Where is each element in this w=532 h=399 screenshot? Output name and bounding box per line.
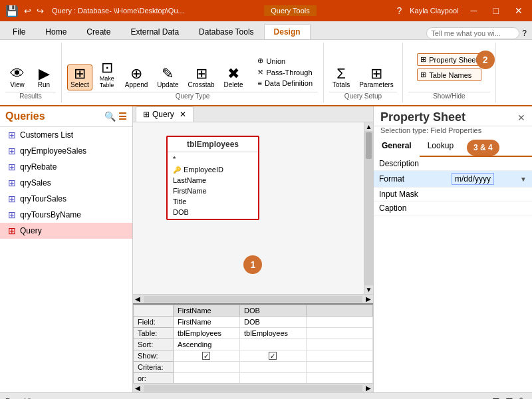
nav-item-customers-list[interactable]: ⊞ Customers List (0, 127, 132, 143)
show-hide-label: Show/Hide (408, 92, 490, 101)
tab-lookup[interactable]: Lookup (420, 138, 462, 157)
table-names-button[interactable]: ⊞ Table Names (417, 68, 481, 81)
tab-file[interactable]: File (3, 24, 35, 39)
field-title[interactable]: Title (168, 196, 258, 207)
table-dob[interactable]: tblEmployees (239, 328, 306, 339)
panel-search-icon[interactable]: 🔍 (104, 111, 116, 122)
close-window-btn[interactable]: ✕ (511, 4, 527, 17)
data-definition-button[interactable]: ≡ Data Definition (255, 78, 315, 88)
prop-format-value[interactable]: m/dd/yyyy ▼ (446, 171, 532, 188)
nav-item-sales[interactable]: ⊞ qrySales (0, 175, 132, 191)
pass-through-button[interactable]: ⤧ Pass-Through (255, 67, 315, 77)
panel-menu-icon[interactable]: ☰ (118, 111, 127, 122)
criteria-dob[interactable] (239, 362, 306, 373)
query-tab[interactable]: ⊞ Query ✕ (136, 106, 194, 122)
view-icon-sql[interactable]: ⊡ (505, 396, 513, 400)
append-button[interactable]: ⊕ Append (122, 65, 151, 90)
redo-btn[interactable]: ↪ (37, 6, 44, 16)
table-empty[interactable] (306, 328, 372, 339)
tell-me-input[interactable] (426, 27, 519, 39)
table-firstname[interactable]: tblEmployees (173, 328, 239, 339)
nav-item-rebate[interactable]: ⊞ qryRebate (0, 159, 132, 175)
property-sheet-close-btn[interactable]: ✕ (517, 112, 525, 123)
query-tab-close[interactable]: ✕ (180, 110, 186, 119)
criteria-firstname[interactable] (173, 362, 239, 373)
view-icon-design[interactable]: ✎ (519, 396, 527, 400)
designer-v-scrollbar[interactable]: ▲ ▼ (364, 122, 373, 294)
h-scroll-left-btn[interactable]: ◀ (133, 295, 142, 303)
field-star[interactable]: * (168, 154, 258, 164)
prop-description-value[interactable] (446, 157, 532, 171)
nav-item-query[interactable]: ⊞ Query (0, 223, 132, 239)
query-grid: FirstName DOB Field: FirstName DOB (133, 303, 373, 383)
parameters-button[interactable]: ⊞ Parameters (356, 65, 397, 90)
show-firstname-check[interactable] (202, 352, 210, 360)
minimize-btn[interactable]: ─ (467, 4, 481, 17)
or-label: or: (133, 373, 173, 384)
nav-item-employee-sales[interactable]: ⊞ qryEmployeeSales (0, 143, 132, 159)
prop-input-mask-value[interactable] (446, 188, 532, 201)
scroll-thumb[interactable] (366, 132, 372, 159)
nav-label-customers-list: Customers List (20, 130, 73, 140)
field-dob[interactable]: DOB (168, 207, 258, 217)
make-table-button[interactable]: ⊡ MakeTable (95, 59, 119, 90)
prop-caption-value[interactable] (446, 201, 532, 215)
field-firstname[interactable]: FirstName (173, 317, 239, 328)
or-empty[interactable] (306, 373, 372, 384)
field-first-name[interactable]: FirstName (168, 186, 258, 196)
nav-item-tours-by-name[interactable]: ⊞ qryToursByName (0, 207, 132, 223)
ribbon-group-results: 👁 View ▶ Run Results (0, 43, 62, 102)
show-firstname[interactable] (173, 350, 239, 362)
run-button[interactable]: ▶ Run (32, 65, 56, 90)
tab-database-tools[interactable]: Database Tools (189, 24, 264, 39)
field-title-label: Title (173, 198, 186, 205)
grid-h-scroll-right[interactable]: ▶ (364, 384, 373, 392)
tab-design[interactable]: Design (264, 24, 311, 39)
or-firstname[interactable] (173, 373, 239, 384)
select-button[interactable]: ⊞ Select (67, 65, 92, 90)
undo-btn[interactable]: ↩ (24, 6, 31, 16)
format-dropdown-icon[interactable]: ▼ (520, 176, 527, 183)
grid-col-dob: DOB (239, 305, 306, 317)
show-dob-check[interactable] (269, 352, 277, 360)
tab-create[interactable]: Create (76, 24, 120, 39)
tab-external-data[interactable]: External Data (120, 24, 189, 39)
criteria-empty[interactable] (306, 362, 372, 373)
show-empty[interactable] (306, 350, 372, 362)
view-icon: 👁 (10, 66, 25, 81)
help-question-icon[interactable]: ? (522, 29, 527, 38)
field-empty[interactable] (306, 317, 372, 328)
grid-h-scrollbar[interactable]: ◀ ▶ (133, 383, 373, 392)
view-icon-grid[interactable]: ⊞ (492, 396, 500, 400)
grid-h-scroll-left[interactable]: ◀ (133, 384, 142, 392)
nav-item-tour-sales[interactable]: ⊞ qryTourSales (0, 191, 132, 207)
queries-panel-header: Queries 🔍 ☰ (0, 106, 132, 127)
tab-general[interactable]: General (374, 138, 420, 157)
h-scroll-right-btn[interactable]: ▶ (364, 295, 373, 303)
sort-empty[interactable] (306, 339, 372, 350)
totals-button[interactable]: Σ Totals (329, 65, 353, 90)
property-sheet-button[interactable]: ⊞ Property Sheet (417, 53, 481, 66)
crosstab-button[interactable]: ⊞ Crosstab (185, 65, 218, 90)
scroll-up-btn[interactable]: ▲ (364, 122, 373, 131)
tab-home[interactable]: Home (35, 24, 76, 39)
sort-firstname[interactable]: Ascending (173, 339, 239, 350)
middle-panel: ⊞ Query ✕ ▲ ▼ (133, 106, 374, 392)
field-last-name[interactable]: LastName (168, 175, 258, 186)
sort-dob[interactable] (239, 339, 306, 350)
or-dob[interactable] (239, 373, 306, 384)
help-icon[interactable]: ? (396, 5, 402, 16)
field-dob[interactable]: DOB (239, 317, 306, 328)
field-employee-id[interactable]: 🔑 EmployeeID (168, 164, 258, 175)
maximize-btn[interactable]: □ (489, 4, 503, 17)
totals-icon: Σ (336, 66, 346, 81)
show-dob[interactable] (239, 350, 306, 362)
delete-button[interactable]: ✖ Delete (221, 65, 247, 90)
update-button[interactable]: ✎ Update (154, 65, 182, 90)
union-button[interactable]: ⊕ Union (255, 56, 315, 66)
query-tab-icon: ⊞ (143, 110, 150, 119)
designer-h-scrollbar[interactable]: ◀ ▶ (133, 294, 373, 303)
scroll-down-btn[interactable]: ▼ (364, 285, 373, 294)
format-value-text[interactable]: m/dd/yyyy (452, 173, 494, 185)
view-button[interactable]: 👁 View (5, 65, 29, 90)
